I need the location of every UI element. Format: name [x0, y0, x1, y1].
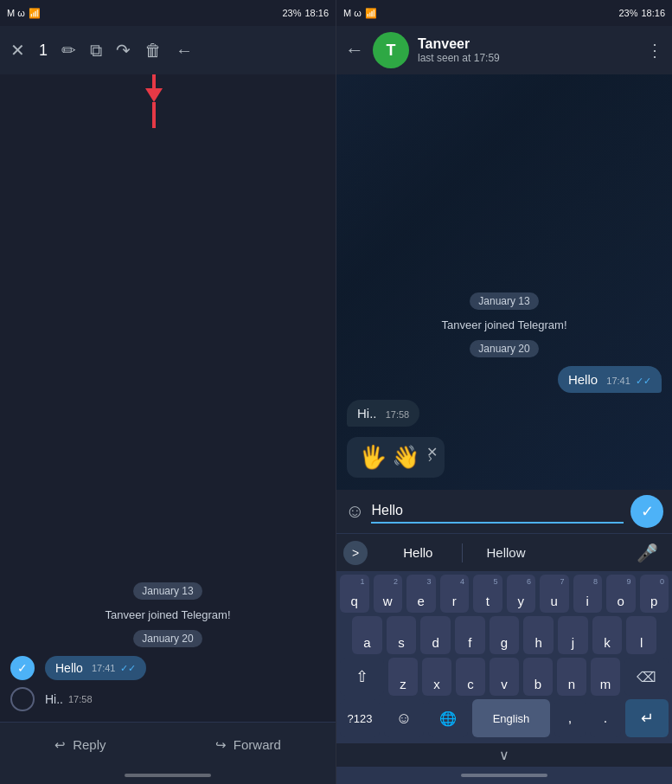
forward-label: Forward — [234, 737, 281, 752]
reply-button[interactable]: ↩ Reply — [54, 737, 106, 753]
contact-status: last seen at 17:59 — [418, 52, 637, 64]
right-back-button[interactable]: ← — [345, 39, 364, 61]
reply-icon: ↩ — [54, 737, 66, 753]
left-battery: 23% — [282, 8, 301, 18]
emoji-suggestion-2[interactable]: 👋 — [392, 444, 419, 471]
selection-count: 1 — [39, 42, 48, 60]
key-k[interactable]: k — [592, 616, 623, 654]
right-status-left: M ω 📶 — [343, 8, 377, 19]
key-u[interactable]: 7u — [540, 575, 569, 613]
right-msg-in-text: Hi.. — [357, 406, 377, 421]
suggestions-bar: > Hello Hellow 🎤 — [336, 533, 672, 571]
comma-key[interactable]: , — [554, 699, 586, 737]
emoji-picker-button[interactable]: ☺ — [345, 500, 364, 523]
right-status-right: 23% 18:16 — [618, 8, 665, 18]
left-home-indicator — [0, 767, 336, 784]
key-g[interactable]: g — [490, 616, 520, 654]
keyboard-row-1: 1q 2w 3e 4r 5t 6y 7u 8i 9o 0p — [336, 571, 672, 613]
globe-key[interactable]: 🌐 — [428, 699, 468, 737]
left-date-badge-1: January 13 — [133, 582, 202, 600]
key-j[interactable]: j — [558, 616, 588, 654]
left-date-badge-2: January 20 — [133, 630, 202, 647]
key-x[interactable]: x — [422, 658, 451, 696]
left-msg-out-bubble: Hello 17:41 ✓✓ — [45, 656, 325, 680]
key-o[interactable]: 9o — [606, 575, 636, 613]
space-key[interactable]: English — [472, 699, 550, 737]
microphone-button[interactable]: 🎤 — [630, 543, 665, 563]
key-r[interactable]: 4r — [440, 575, 470, 613]
left-msg-in-bubble: Hi.. 17:58 — [45, 691, 325, 707]
left-panel: M ω 📶 23% 18:16 ✕ 1 ✏ ⧉ ↷ 🗑 ← January 13… — [0, 0, 336, 784]
close-icon[interactable]: ✕ — [10, 40, 25, 61]
reply-forward-bar: ↩ Reply ↪ Forward — [0, 722, 336, 767]
key-n[interactable]: n — [557, 658, 586, 696]
left-status-left: M ω 📶 — [7, 8, 41, 19]
key-c[interactable]: c — [456, 658, 485, 696]
left-home-bar — [125, 774, 211, 777]
forward-button[interactable]: ↪ Forward — [215, 737, 281, 753]
emoji-keyboard-key[interactable]: ☺ — [384, 699, 424, 737]
left-select-circle-out[interactable]: ✓ — [10, 656, 35, 680]
key-v[interactable]: v — [490, 658, 519, 696]
key-b[interactable]: b — [523, 658, 553, 696]
key-q[interactable]: 1q — [340, 575, 369, 613]
right-date-badge-1: January 13 — [470, 292, 538, 310]
num-sym-key[interactable]: ?123 — [340, 699, 380, 737]
key-h[interactable]: h — [523, 616, 554, 654]
right-header: ← T Tanveer last seen at 17:59 ⋮ — [336, 26, 672, 74]
send-button[interactable]: ✓ — [630, 495, 663, 528]
key-i[interactable]: 8i — [573, 575, 603, 613]
keyboard-row-2: a s d f g h j k l — [336, 613, 672, 654]
shift-key[interactable]: ⇧ — [340, 658, 384, 696]
left-status-right: 23% 18:16 — [282, 8, 329, 18]
keyboard-collapse-button[interactable]: ∨ — [499, 747, 509, 763]
delete-icon[interactable]: 🗑 — [144, 41, 162, 61]
keyboard-bottom-row: ?123 ☺ 🌐 English , . ↵ — [336, 696, 672, 742]
enter-key[interactable]: ↵ — [625, 699, 669, 737]
right-chat-area: January 13 Tanveer joined Telegram! Janu… — [336, 74, 672, 490]
key-e[interactable]: 3e — [406, 575, 436, 613]
more-options-button[interactable]: ⋮ — [646, 40, 663, 61]
right-operator: M ω — [343, 8, 362, 18]
right-time: 18:16 — [641, 8, 665, 18]
key-p[interactable]: 0p — [640, 575, 669, 613]
suggestion-hellow[interactable]: Hellow — [463, 542, 550, 563]
key-t[interactable]: 5t — [473, 575, 502, 613]
send-icon: ✓ — [641, 502, 654, 521]
copy-icon[interactable]: ⧉ — [90, 41, 102, 61]
right-msg-out-text: Hello — [568, 372, 598, 387]
key-f[interactable]: f — [455, 616, 485, 654]
arrow-indicator — [145, 74, 163, 128]
left-chat-area: January 13 Tanveer joined Telegram! Janu… — [0, 74, 336, 722]
forward-icon[interactable]: ↷ — [116, 40, 131, 61]
key-w[interactable]: 2w — [374, 575, 403, 613]
period-key[interactable]: . — [590, 699, 621, 737]
left-select-circle-in[interactable] — [10, 687, 35, 711]
back-action-icon[interactable]: ← — [176, 41, 193, 61]
right-date-badge-2: January 20 — [470, 340, 538, 357]
key-d[interactable]: d — [420, 616, 451, 654]
left-msg-out-row[interactable]: ✓ Hello 17:41 ✓✓ — [10, 656, 325, 680]
key-z[interactable]: z — [388, 658, 418, 696]
key-y[interactable]: 6y — [507, 575, 536, 613]
right-msg-in-row: Hi.. 17:58 — [347, 400, 662, 427]
backspace-key[interactable]: ⌫ — [624, 658, 669, 696]
suggestion-expand-button[interactable]: > — [343, 541, 368, 565]
emoji-suggestion-1[interactable]: 🖐 — [359, 444, 387, 471]
emoji-popup-close-button[interactable]: ✕ — [426, 444, 438, 460]
right-panel: M ω 📶 23% 18:16 ← T Tanveer last seen at… — [336, 0, 672, 784]
key-m[interactable]: m — [591, 658, 620, 696]
left-status-bar: M ω 📶 23% 18:16 — [0, 0, 336, 26]
left-msg-in-row[interactable]: Hi.. 17:58 — [10, 687, 325, 711]
right-home-indicator — [336, 767, 672, 784]
contact-name: Tanveer — [418, 36, 637, 52]
suggestion-hello[interactable]: Hello — [374, 542, 462, 563]
right-msg-in-bubble: Hi.. 17:58 — [347, 400, 419, 427]
keyboard-collapse-bar: ∨ — [336, 742, 672, 767]
message-input[interactable] — [371, 499, 624, 524]
key-s[interactable]: s — [387, 616, 417, 654]
edit-icon[interactable]: ✏ — [61, 40, 76, 61]
reply-label: Reply — [73, 737, 106, 752]
key-l[interactable]: l — [626, 616, 656, 654]
key-a[interactable]: a — [352, 616, 382, 654]
